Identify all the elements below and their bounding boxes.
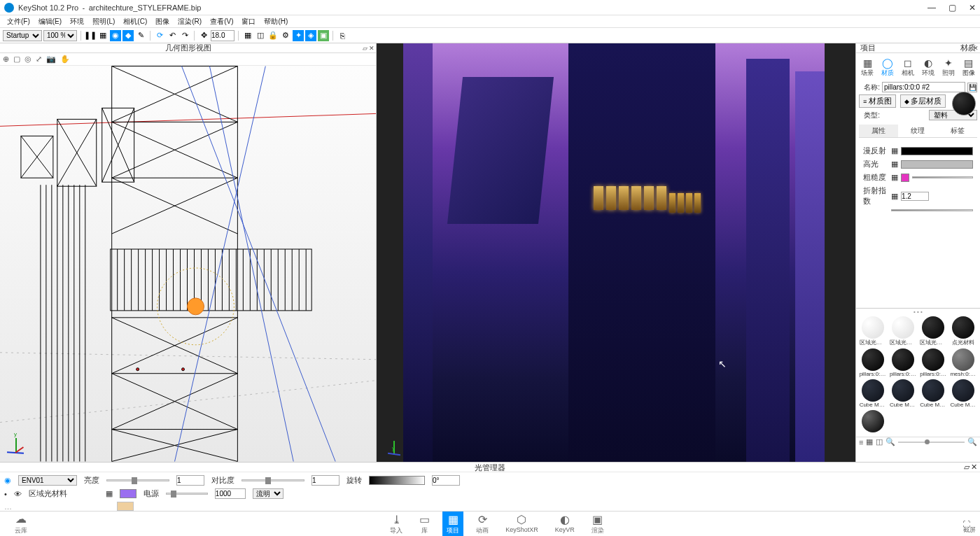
- subtab-labels[interactable]: 标签: [938, 125, 977, 137]
- light-color-swatch[interactable]: [120, 489, 136, 498]
- env-select[interactable]: ENV01: [18, 475, 77, 486]
- env-toggle-icon[interactable]: ◉: [4, 476, 11, 485]
- power-input[interactable]: [215, 488, 246, 499]
- light-visible-icon[interactable]: •: [4, 490, 7, 498]
- save-material-icon[interactable]: 💾: [967, 83, 977, 92]
- menu-view[interactable]: 查看(V): [206, 17, 237, 27]
- specular-texture-icon[interactable]: ▦: [891, 160, 898, 169]
- material-item[interactable]: Cube Mat...: [889, 379, 916, 408]
- close-icon[interactable]: ✕: [971, 463, 977, 472]
- search-icon[interactable]: 🔍: [886, 437, 895, 446]
- tab-scene[interactable]: ▦场景: [860, 56, 874, 79]
- dock-item-KeyVR[interactable]: ◐KeyVR: [551, 512, 579, 537]
- mode3-icon[interactable]: ▣: [318, 30, 329, 41]
- material-item[interactable]: 区域光材...: [889, 316, 916, 346]
- roughness-slider[interactable]: [912, 176, 973, 178]
- rotate-tool-icon[interactable]: ◎: [24, 55, 31, 64]
- panel-grip[interactable]: • • •: [856, 309, 980, 315]
- diffuse-texture-icon[interactable]: ▦: [891, 146, 898, 155]
- menu-camera[interactable]: 相机(C): [119, 17, 151, 27]
- subtab-properties[interactable]: 属性: [859, 125, 898, 137]
- light-name[interactable]: 区域光材料: [29, 488, 99, 499]
- material-item[interactable]: pillars:0:0...: [920, 348, 947, 377]
- menu-edit[interactable]: 编辑(E): [34, 17, 66, 27]
- menu-render[interactable]: 渲染(R): [174, 17, 206, 27]
- workspace-select[interactable]: Startup: [3, 30, 42, 41]
- rotation-input[interactable]: [432, 475, 460, 486]
- material-preview[interactable]: [952, 92, 976, 115]
- perf-icon[interactable]: ⚙: [280, 30, 291, 41]
- lock-icon[interactable]: 🔒: [267, 30, 279, 41]
- ior-slider[interactable]: [891, 209, 973, 211]
- popout-icon[interactable]: ▱: [964, 463, 969, 472]
- refresh-icon[interactable]: ⟳: [154, 30, 165, 41]
- dock-item-导入[interactable]: ⤓导入: [386, 512, 407, 537]
- material-item[interactable]: 区域光材料: [920, 316, 947, 346]
- material-item[interactable]: mesh:0:0:0: [950, 348, 977, 377]
- undo-icon[interactable]: ↶: [167, 30, 178, 41]
- tab-image[interactable]: ▤图像: [962, 56, 976, 79]
- render-viewport[interactable]: ↖ y: [377, 43, 855, 462]
- contrast-slider[interactable]: [241, 479, 304, 481]
- cpu-icon[interactable]: ▦: [97, 30, 108, 41]
- specular-swatch[interactable]: [901, 160, 973, 169]
- material-item[interactable]: Cube Mat...: [859, 379, 886, 408]
- view-large-icon[interactable]: ◫: [876, 437, 883, 446]
- roughness-swatch[interactable]: [901, 174, 909, 182]
- tab-camera[interactable]: ◻相机: [901, 56, 915, 79]
- ior-texture-icon[interactable]: ▦: [891, 192, 898, 201]
- power-unit-select[interactable]: 流明: [253, 488, 284, 499]
- zoom-in-icon[interactable]: 🔍: [967, 437, 977, 446]
- material-item[interactable]: [859, 410, 886, 432]
- mode1-icon[interactable]: ✦: [293, 30, 304, 41]
- move-icon[interactable]: ✥: [198, 30, 209, 41]
- select-icon[interactable]: ⊕: [3, 55, 9, 64]
- diffuse-swatch[interactable]: [901, 147, 973, 155]
- zoom-select[interactable]: 100 %: [43, 30, 77, 41]
- material-name-input[interactable]: [882, 82, 965, 92]
- dock-item-动画[interactable]: ⟳动画: [472, 512, 493, 537]
- close-panel-icon[interactable]: ✕: [369, 45, 374, 52]
- realtime-icon[interactable]: ◉: [110, 30, 121, 41]
- material-item[interactable]: Cube Mat...: [920, 379, 947, 408]
- power-slider[interactable]: [166, 493, 208, 495]
- material-item[interactable]: pillars:0:0...: [889, 348, 916, 377]
- tab-environment[interactable]: ◐环境: [921, 56, 935, 79]
- menu-environment[interactable]: 环境: [66, 17, 88, 27]
- rotation-gradient[interactable]: [369, 476, 425, 485]
- popout-icon[interactable]: ▱: [363, 45, 368, 52]
- scale-tool-icon[interactable]: ⤢: [36, 55, 42, 64]
- maximize-button[interactable]: ▢: [948, 3, 956, 13]
- close-button[interactable]: ✕: [969, 3, 976, 13]
- popout-icon[interactable]: ▱: [967, 45, 972, 52]
- roughness-texture-icon[interactable]: ▦: [891, 173, 898, 182]
- denoise-icon[interactable]: ✎: [135, 30, 146, 41]
- dock-item-KeyShotXR[interactable]: ⬡KeyShotXR: [501, 512, 542, 537]
- dock-item-渲染[interactable]: ▣渲染: [587, 512, 608, 537]
- screenshot-icon[interactable]: ⎘: [337, 30, 348, 41]
- multilayer-button[interactable]: ◆ 多层材质: [900, 94, 946, 108]
- material-item[interactable]: pillars:0:0...: [859, 348, 886, 377]
- ior-input[interactable]: [901, 192, 929, 201]
- contrast-input[interactable]: [312, 475, 340, 486]
- redo-icon[interactable]: ↷: [179, 30, 190, 41]
- tab-lighting[interactable]: ✦照明: [941, 56, 955, 79]
- material-item[interactable]: 点光材料: [950, 316, 977, 346]
- dock-item-项目[interactable]: ▦项目: [442, 512, 463, 537]
- grid-icon[interactable]: ▦: [242, 30, 253, 41]
- material-item[interactable]: Cube Mat...: [950, 379, 977, 408]
- material-graph-button[interactable]: ≡ 材质图: [859, 94, 896, 108]
- move-tool-icon[interactable]: ▢: [13, 55, 20, 64]
- pause-icon[interactable]: ❚❚: [85, 30, 96, 41]
- menu-image[interactable]: 图像: [151, 17, 174, 27]
- gpu-icon[interactable]: ◆: [122, 30, 134, 41]
- dim-input[interactable]: [211, 30, 234, 41]
- mode2-icon[interactable]: ◈: [305, 30, 316, 41]
- geometry-viewport[interactable]: y: [0, 66, 376, 462]
- menu-lighting[interactable]: 照明(L): [88, 17, 119, 27]
- dock-item-库[interactable]: ▭库: [415, 512, 434, 537]
- tab-material[interactable]: ◯材质: [881, 56, 895, 79]
- light-enable-icon[interactable]: 👁: [14, 490, 22, 498]
- dock-cloud-library[interactable]: ☁ 云库: [0, 512, 42, 535]
- menu-help[interactable]: 帮助(H): [260, 17, 292, 27]
